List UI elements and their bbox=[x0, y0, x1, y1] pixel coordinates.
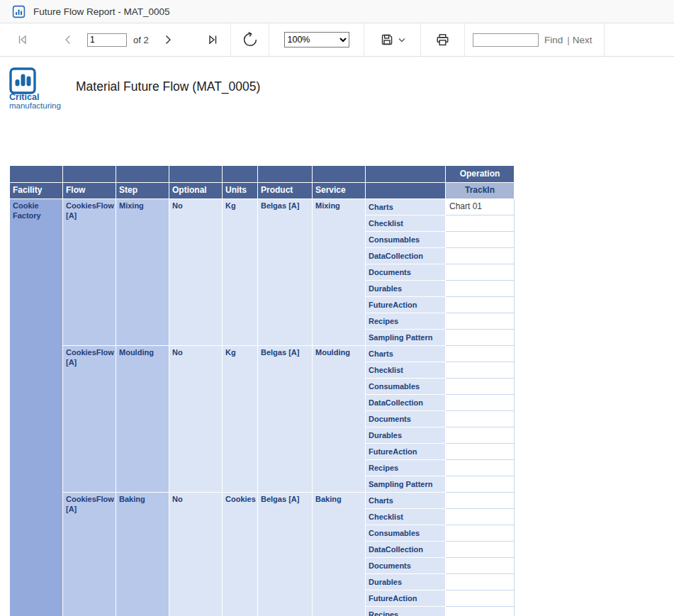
page-navigation-group: of 2 bbox=[0, 23, 231, 56]
operation-header-cell: Operation bbox=[446, 166, 515, 183]
service-detail-cell: Recipes bbox=[366, 460, 446, 476]
service-detail-cell: Charts bbox=[366, 493, 446, 509]
first-page-icon bbox=[16, 33, 30, 47]
trackin-cell bbox=[446, 607, 515, 616]
last-page-button[interactable] bbox=[206, 33, 220, 47]
table-row: CookiesFlow [A]BakingNoCookiesBelgas [A]… bbox=[10, 493, 515, 509]
page-count-label: of 2 bbox=[133, 35, 149, 45]
service-detail-cell: FutureAction bbox=[366, 590, 446, 607]
service-detail-cell: Durables bbox=[366, 281, 446, 297]
chevron-down-icon bbox=[398, 38, 405, 43]
refresh-button[interactable] bbox=[242, 31, 259, 48]
trackin-cell bbox=[446, 574, 515, 590]
toolbar: of 2 bbox=[0, 23, 674, 57]
optional-cell: No bbox=[169, 493, 223, 616]
trackin-cell bbox=[446, 264, 515, 281]
header-spacer-cell bbox=[63, 166, 116, 183]
trackin-cell bbox=[446, 395, 515, 411]
trackin-cell bbox=[446, 493, 515, 509]
header-spacer-cell bbox=[313, 166, 366, 183]
service-detail-cell: FutureAction bbox=[366, 444, 446, 460]
titlebar: Future Flow Report - MAT_0005 bbox=[0, 0, 674, 23]
service-detail-cell: Recipes bbox=[366, 607, 446, 616]
trackin-cell bbox=[446, 379, 515, 395]
service-detail-cell: Checklist bbox=[366, 362, 446, 379]
header-spacer-cell bbox=[10, 166, 63, 183]
table-row: CookiesFlow [A]MouldingNoKgBelgas [A]Mou… bbox=[10, 346, 515, 362]
table-header-group-row: Operation bbox=[10, 166, 515, 183]
service-cell: Baking bbox=[313, 493, 366, 616]
service-detail-cell: Documents bbox=[366, 264, 446, 281]
service-detail-cell: DataCollection bbox=[366, 542, 446, 558]
zoom-select[interactable]: 100% bbox=[284, 32, 349, 47]
find-link[interactable]: Find bbox=[544, 35, 563, 45]
optional-cell: No bbox=[169, 199, 223, 346]
report-title: Material Future Flow (MAT_0005) bbox=[76, 79, 260, 94]
print-group bbox=[421, 23, 465, 56]
header-spacer-cell bbox=[223, 166, 258, 183]
first-page-button[interactable] bbox=[16, 33, 30, 47]
trackin-cell bbox=[446, 509, 515, 525]
product-cell: Belgas [A] bbox=[258, 199, 313, 346]
column-header-trackin: TrackIn bbox=[446, 183, 515, 199]
printer-icon bbox=[435, 33, 450, 47]
service-detail-cell: Sampling Pattern bbox=[366, 330, 446, 346]
trackin-cell bbox=[446, 297, 515, 313]
service-detail-cell: Consumables bbox=[366, 379, 446, 395]
service-detail-cell: FutureAction bbox=[366, 297, 446, 313]
print-button[interactable] bbox=[435, 33, 450, 47]
toolbar-spacer bbox=[605, 23, 674, 56]
units-cell: Kg bbox=[223, 199, 258, 346]
refresh-group bbox=[231, 23, 269, 56]
service-detail-cell: Charts bbox=[366, 199, 446, 215]
table-column-header-row: Facility Flow Step Optional Units Produc… bbox=[10, 183, 515, 199]
column-header-service: Service bbox=[313, 183, 366, 199]
previous-page-button[interactable] bbox=[61, 33, 75, 47]
next-page-button[interactable] bbox=[161, 33, 175, 47]
trackin-cell bbox=[446, 476, 515, 493]
page-number-input[interactable] bbox=[87, 33, 127, 47]
find-next-divider: | bbox=[567, 35, 570, 45]
trackin-cell bbox=[446, 362, 515, 379]
step-cell: Mixing bbox=[116, 199, 169, 346]
find-group: Find | Next bbox=[465, 23, 605, 56]
facility-cell: Cookie Factory bbox=[10, 199, 63, 616]
table-row: Cookie FactoryCookiesFlow [A]MixingNoKgB… bbox=[10, 199, 515, 215]
service-detail-cell: Documents bbox=[366, 558, 446, 574]
service-detail-cell: Durables bbox=[366, 427, 446, 444]
service-detail-cell: Consumables bbox=[366, 525, 446, 542]
zoom-group: 100% bbox=[269, 23, 364, 56]
optional-cell: No bbox=[169, 346, 223, 493]
flow-cell: CookiesFlow [A] bbox=[63, 346, 116, 493]
header-spacer-cell bbox=[366, 166, 446, 183]
step-cell: Baking bbox=[116, 493, 169, 616]
save-export-button[interactable] bbox=[380, 33, 405, 47]
units-cell: Kg bbox=[223, 346, 258, 493]
service-cell: Moulding bbox=[313, 346, 366, 493]
report-canvas: Critical manufacturing Material Future F… bbox=[0, 57, 674, 615]
header-spacer-cell bbox=[116, 166, 169, 183]
header-spacer-cell bbox=[169, 166, 223, 183]
find-input[interactable] bbox=[473, 33, 539, 47]
service-detail-cell: Checklist bbox=[366, 509, 446, 525]
trackin-cell bbox=[446, 590, 515, 607]
trackin-cell bbox=[446, 411, 515, 427]
trackin-cell bbox=[446, 427, 515, 444]
service-cell: Mixing bbox=[313, 199, 366, 346]
export-group bbox=[364, 23, 421, 56]
flow-cell: CookiesFlow [A] bbox=[63, 199, 116, 346]
find-next-link[interactable]: Next bbox=[573, 35, 592, 45]
service-detail-cell: Durables bbox=[366, 574, 446, 590]
window-title: Future Flow Report - MAT_0005 bbox=[33, 6, 170, 17]
service-detail-cell: Sampling Pattern bbox=[366, 476, 446, 493]
logo-text-critical: Critical bbox=[9, 92, 39, 102]
next-page-icon bbox=[161, 33, 175, 47]
trackin-cell bbox=[446, 313, 515, 330]
service-detail-cell: DataCollection bbox=[366, 248, 446, 264]
trackin-cell bbox=[446, 215, 515, 232]
trackin-cell bbox=[446, 542, 515, 558]
service-detail-cell: DataCollection bbox=[366, 395, 446, 411]
column-header-blank bbox=[366, 183, 446, 199]
column-header-step: Step bbox=[116, 183, 169, 199]
service-detail-cell: Checklist bbox=[366, 215, 446, 232]
